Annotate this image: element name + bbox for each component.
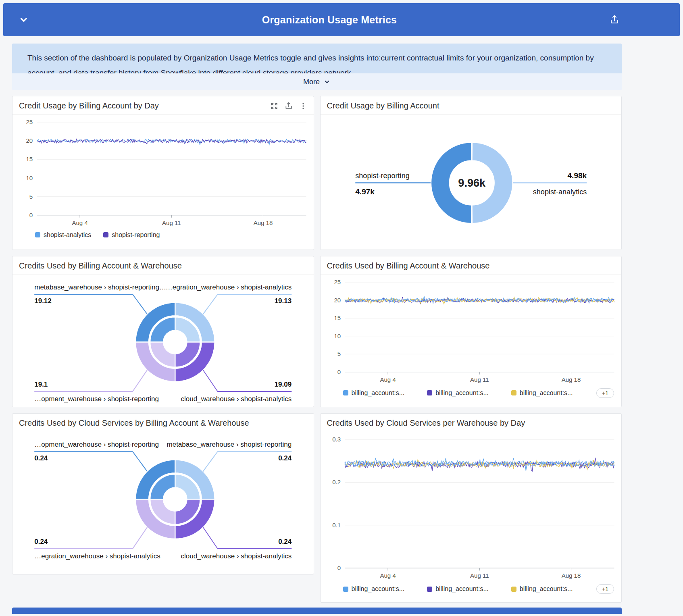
group-header: Organization Usage Metrics [3, 3, 680, 36]
sunburst-chart[interactable]: …opment_warehouse › shopist-reporting0.2… [12, 432, 314, 563]
y-tick-label: 25 [26, 119, 33, 125]
group-content: This section of the dashboard is populat… [12, 44, 622, 614]
segment-label: …egration_warehouse › shopist-analytics [34, 552, 160, 560]
legend-item[interactable]: shopist-analytics [35, 231, 91, 239]
segment-label: cloud_warehouse › shopist-analytics [181, 552, 292, 560]
callout-line [34, 370, 147, 391]
sunburst-canvas[interactable]: metabase_warehouse › shopist-reporting…1… [13, 277, 313, 406]
y-tick-label: 15 [334, 314, 341, 321]
x-tick-label: Aug 11 [162, 219, 181, 226]
legend-label: shopist-reporting [112, 231, 160, 239]
panel-head: Credits Used by Billing Account & Wareho… [12, 256, 314, 275]
chart-panel-cloud-services-line: Credits Used by Cloud Services per Wareh… [320, 413, 622, 603]
segment-value: 0.24 [34, 454, 48, 462]
panel-head: Credits Used by Cloud Services by Billin… [12, 414, 314, 432]
panel-head: Credit Usage by Billing Account [321, 96, 622, 115]
line-chart-canvas[interactable]: 00.10.20.3Aug 4Aug 11Aug 18 [321, 434, 621, 583]
x-tick-label: Aug 18 [254, 219, 273, 226]
x-tick-label: Aug 4 [380, 572, 396, 579]
legend-swatch [427, 390, 432, 395]
x-tick-label: Aug 18 [561, 572, 581, 579]
legend-swatch [343, 587, 348, 592]
group-title: Organization Usage Metrics [3, 14, 656, 26]
info-banner: This section of the dashboard is populat… [12, 44, 622, 73]
callout-line [34, 527, 147, 549]
chart-legend: shopist-analyticsshopist-reporting [12, 230, 314, 243]
segment-value: 19.12 [34, 297, 52, 305]
more-button[interactable]: More [12, 73, 622, 90]
segment-value: 0.24 [278, 454, 292, 462]
kebab-menu-icon[interactable] [299, 102, 307, 110]
panel-toolbar [270, 102, 307, 110]
legend-label: billing_account:s... [435, 389, 489, 397]
next-group-header[interactable] [12, 608, 622, 614]
legend-label: billing_account:s... [435, 585, 489, 593]
legend-label: billing_account:s... [520, 389, 573, 397]
slice-value: 4.98k [567, 171, 587, 180]
chart-panel-cloud-services-sunburst: Credits Used by Cloud Services by Billin… [12, 413, 314, 574]
segment-value: 0.24 [34, 538, 48, 545]
legend-swatch [103, 232, 108, 237]
chart-legend: billing_account:s...billing_account:s...… [321, 387, 622, 403]
callout-line [34, 452, 147, 471]
y-tick-label: 20 [334, 297, 341, 304]
chart-title: Credit Usage by Billing Account [327, 101, 439, 110]
line-chart[interactable]: 00.10.20.3Aug 4Aug 11Aug 18 [321, 432, 622, 583]
share-icon[interactable] [610, 15, 619, 25]
legend-item[interactable]: billing_account:s... [343, 389, 405, 397]
y-tick-label: 25 [334, 279, 341, 285]
chart-title: Credit Usage by Billing Account by Day [19, 101, 159, 110]
chart-panel-credits-by-warehouse-sunburst: Credits Used by Billing Account & Wareho… [12, 256, 314, 407]
line-chart[interactable]: 0510152025Aug 4Aug 11Aug 18 [12, 115, 314, 230]
chart-title: Credits Used by Cloud Services per Wareh… [327, 418, 525, 428]
segment-label: …opment_warehouse › shopist-reporting [34, 395, 159, 403]
chart-title: Credits Used by Billing Account & Wareho… [327, 261, 490, 271]
y-tick-label: 0.2 [332, 479, 341, 485]
legend-item[interactable]: billing_account:s... [511, 389, 573, 397]
legend-swatch [427, 587, 432, 592]
y-tick-label: 5 [29, 193, 33, 200]
segment-label: …egration_warehouse › shopist-analytics [166, 283, 292, 291]
fullscreen-icon[interactable] [270, 102, 278, 110]
slice-label: shopist-analytics [533, 188, 586, 196]
export-icon[interactable] [285, 102, 293, 110]
legend-item[interactable]: billing_account:s... [343, 585, 405, 593]
sunburst-canvas[interactable]: …opment_warehouse › shopist-reporting0.2… [13, 434, 313, 563]
y-tick-label: 0 [337, 564, 340, 571]
more-chevron-icon [323, 78, 331, 85]
legend-overflow-pill[interactable]: +1 [596, 584, 614, 594]
legend-item[interactable]: billing_account:s... [511, 585, 573, 593]
legend-label: shopist-analytics [44, 231, 91, 239]
x-tick-label: Aug 4 [380, 376, 396, 383]
y-tick-label: 15 [26, 156, 33, 162]
line-chart[interactable]: 0510152025Aug 4Aug 11Aug 18 [321, 275, 622, 387]
y-tick-label: 0 [29, 212, 33, 219]
y-tick-label: 10 [26, 175, 33, 181]
legend-item[interactable]: billing_account:s... [427, 585, 489, 593]
y-tick-label: 20 [26, 137, 33, 144]
segment-label: metabase_warehouse › shopist-reporting [167, 441, 292, 448]
panel-head: Credit Usage by Billing Account by Day [12, 96, 314, 115]
chart-panel-credits-by-warehouse-line: Credits Used by Billing Account & Wareho… [320, 256, 622, 407]
segment-label: cloud_warehouse › shopist-analytics [181, 395, 292, 403]
legend-swatch [35, 232, 40, 237]
donut-canvas[interactable]: 9.96kshopist-reporting4.97k4.98kshopist-… [321, 117, 621, 249]
segment-value: 19.13 [275, 297, 292, 305]
sunburst-chart[interactable]: metabase_warehouse › shopist-reporting…1… [12, 275, 314, 406]
line-chart-canvas[interactable]: 0510152025Aug 4Aug 11Aug 18 [13, 117, 313, 230]
y-tick-label: 0.3 [332, 436, 341, 443]
chart-panel-credit-usage-by-day: Credit Usage by Billing Account by Day [12, 96, 314, 250]
chart-title: Credits Used by Cloud Services by Billin… [19, 418, 249, 428]
legend-item[interactable]: shopist-reporting [103, 231, 160, 239]
charts-grid: Credit Usage by Billing Account by Day [12, 96, 622, 603]
x-tick-label: Aug 11 [470, 376, 489, 383]
panel-head: Credits Used by Cloud Services per Wareh… [321, 414, 622, 432]
donut-chart[interactable]: 9.96kshopist-reporting4.97k4.98kshopist-… [321, 115, 622, 249]
slice-label: shopist-reporting [355, 172, 409, 180]
legend-overflow-pill[interactable]: +1 [596, 388, 614, 398]
legend-item[interactable]: billing_account:s... [427, 389, 489, 397]
line-chart-canvas[interactable]: 0510152025Aug 4Aug 11Aug 18 [321, 277, 621, 387]
segment-label: …opment_warehouse › shopist-reporting [34, 441, 159, 448]
segment-value: 19.09 [275, 381, 292, 388]
legend-label: billing_account:s... [352, 389, 405, 397]
